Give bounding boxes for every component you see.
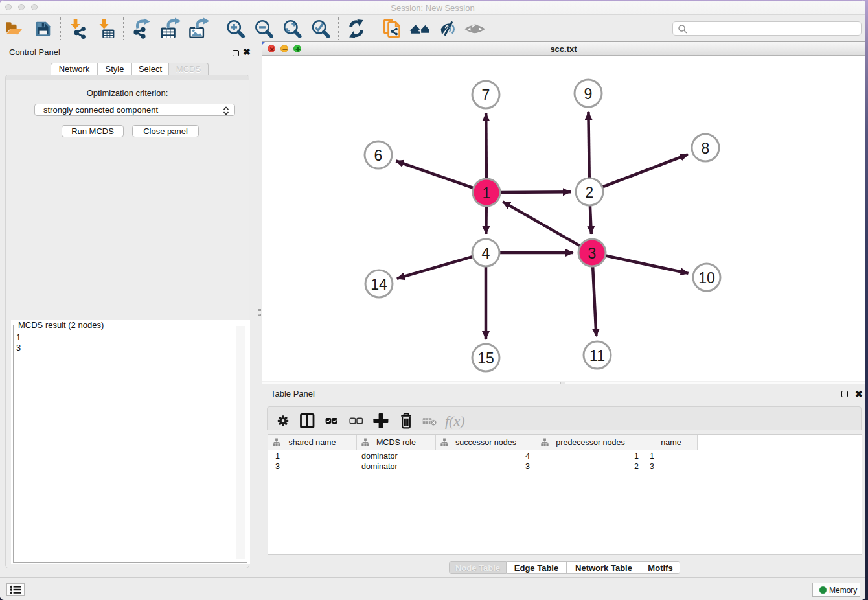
svg-text:15: 15 (477, 350, 494, 367)
svg-text:9: 9 (584, 86, 593, 102)
svg-text:1: 1 (483, 185, 491, 202)
svg-text:4: 4 (482, 245, 490, 262)
svg-text:8: 8 (702, 140, 710, 157)
svg-text:6: 6 (374, 147, 383, 164)
svg-text:7: 7 (482, 87, 490, 104)
svg-text:14: 14 (371, 276, 387, 293)
svg-text:2: 2 (586, 184, 594, 201)
svg-text:11: 11 (589, 347, 605, 364)
svg-text:3: 3 (588, 245, 597, 262)
svg-text:f(x): f(x) (445, 413, 465, 429)
svg-text:10: 10 (698, 270, 715, 286)
